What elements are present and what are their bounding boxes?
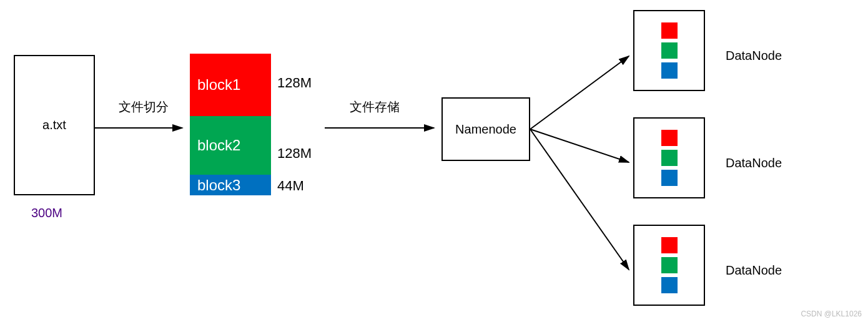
arrow-store-label: 文件存储 xyxy=(350,99,400,115)
arrow-store xyxy=(325,122,440,134)
file-name: a.txt xyxy=(42,118,66,132)
arrows-to-datanodes xyxy=(530,0,636,312)
block-square-red-icon xyxy=(661,237,678,253)
svg-line-4 xyxy=(530,129,629,270)
block-3-label: block3 xyxy=(197,177,240,194)
datanode-3-box xyxy=(633,225,705,306)
block-square-blue-icon xyxy=(661,170,678,186)
namenode-box: Namenode xyxy=(441,97,530,161)
svg-line-2 xyxy=(530,56,629,129)
block-1-size: 128M xyxy=(277,75,312,91)
datanode-3-label: DataNode xyxy=(726,263,782,278)
block-3: block3 xyxy=(190,175,271,195)
block-3-size: 44M xyxy=(277,178,304,194)
block-2: block2 xyxy=(190,116,271,175)
datanode-2-box xyxy=(633,117,705,198)
block-square-green-icon xyxy=(661,150,678,166)
block-square-green-icon xyxy=(661,42,678,59)
file-size-label: 300M xyxy=(31,206,62,220)
block-square-red-icon xyxy=(661,130,678,146)
arrow-split-label: 文件切分 xyxy=(119,99,169,115)
block-square-blue-icon xyxy=(661,277,678,293)
watermark: CSDN @LKL1026 xyxy=(801,310,862,318)
block-square-green-icon xyxy=(661,257,678,273)
datanode-1-label: DataNode xyxy=(726,49,782,63)
block-2-label: block2 xyxy=(197,137,240,154)
arrow-split xyxy=(95,122,189,134)
block-1: block1 xyxy=(190,54,271,116)
block-2-size: 128M xyxy=(277,145,312,162)
block-1-label: block1 xyxy=(197,76,240,94)
block-square-red-icon xyxy=(661,22,678,39)
file-box: a.txt xyxy=(14,55,95,195)
datanode-2-label: DataNode xyxy=(726,156,782,170)
datanode-1-box xyxy=(633,10,705,91)
svg-line-3 xyxy=(530,129,629,162)
block-square-blue-icon xyxy=(661,62,678,79)
namenode-label: Namenode xyxy=(455,122,516,137)
